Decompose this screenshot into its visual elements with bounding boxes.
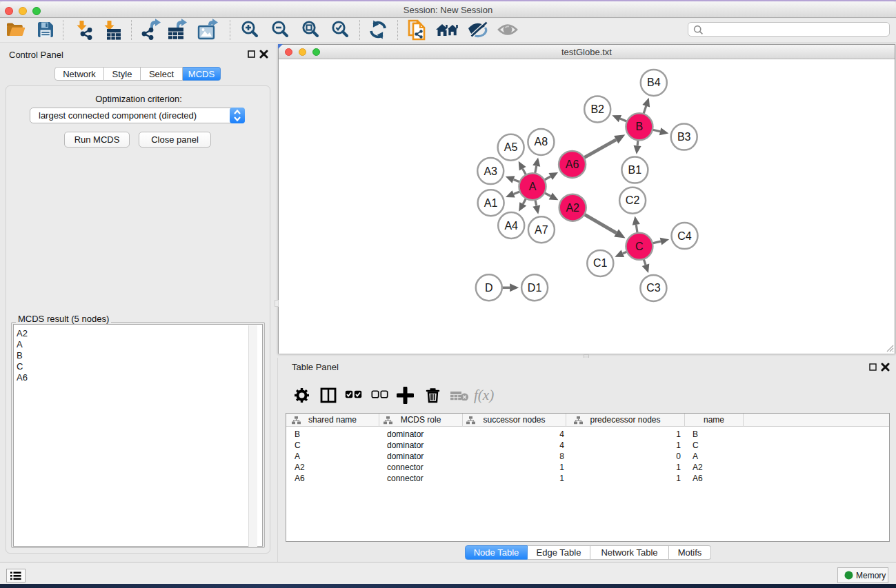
svg-text:A3: A3 (484, 165, 497, 177)
svg-text:A8: A8 (535, 136, 548, 148)
svg-text:A2: A2 (566, 202, 579, 214)
svg-text:B: B (636, 121, 644, 132)
svg-text:A1: A1 (484, 197, 498, 209)
svg-text:D1: D1 (528, 282, 542, 294)
svg-text:C4: C4 (677, 230, 692, 242)
svg-text:A6: A6 (566, 159, 579, 170)
svg-text:D: D (485, 282, 493, 294)
svg-text:A7: A7 (535, 224, 548, 236)
svg-text:C2: C2 (626, 194, 640, 206)
svg-text:C1: C1 (593, 257, 608, 269)
svg-text:B2: B2 (590, 103, 604, 115)
svg-text:B1: B1 (628, 164, 642, 176)
svg-text:C: C (635, 241, 644, 252)
svg-text:A: A (529, 181, 537, 192)
svg-text:B4: B4 (647, 77, 661, 88)
svg-text:C3: C3 (646, 282, 661, 294)
svg-text:A5: A5 (504, 141, 518, 153)
svg-text:A4: A4 (504, 220, 518, 232)
svg-text:B3: B3 (677, 131, 691, 143)
